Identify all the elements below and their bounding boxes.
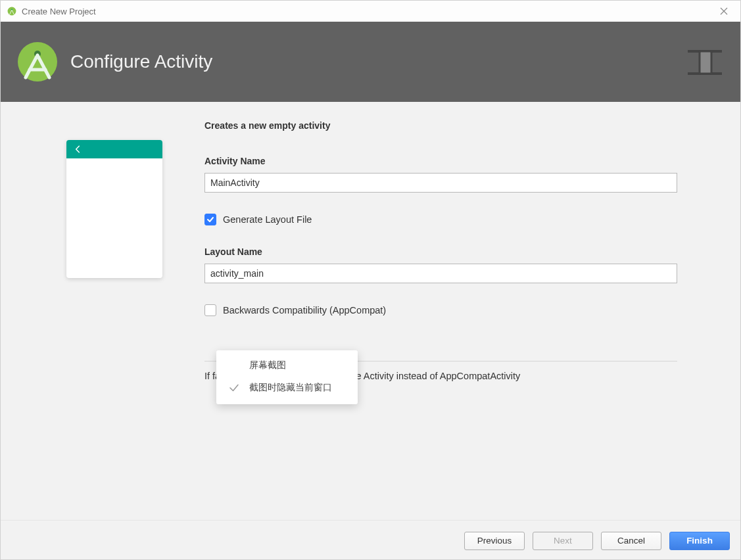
form-column: Creates a new empty activity Activity Na… — [204, 120, 740, 520]
popup-item-label: 截图时隐藏当前窗口 — [249, 382, 332, 394]
popup-title: 屏幕截图 — [216, 360, 358, 378]
activity-name-label: Activity Name — [204, 156, 677, 166]
finish-button[interactable]: Finish — [669, 532, 730, 550]
wizard-header: Configure Activity — [1, 22, 740, 102]
backcompat-checkbox[interactable] — [204, 304, 216, 316]
section-description: Creates a new empty activity — [204, 120, 677, 131]
generate-layout-label: Generate Layout File — [223, 214, 312, 225]
phone-icon — [685, 42, 725, 82]
next-button[interactable]: Next — [533, 532, 593, 550]
layout-name-label: Layout Name — [204, 246, 677, 257]
activity-name-input[interactable] — [204, 173, 677, 193]
generate-layout-checkbox[interactable] — [204, 214, 216, 225]
titlebar: Create New Project — [1, 1, 740, 22]
wizard-footer: Previous Next Cancel Finish — [1, 520, 740, 560]
preview-column — [1, 120, 204, 520]
svg-point-0 — [8, 7, 16, 16]
layout-name-input[interactable] — [204, 264, 677, 283]
backcompat-label: Backwards Compatibility (AppCompat) — [223, 305, 386, 315]
svg-point-2 — [18, 42, 57, 82]
android-studio-icon — [7, 7, 16, 16]
popup-hide-window-option[interactable]: 截图时隐藏当前窗口 — [216, 378, 358, 398]
check-icon — [228, 382, 240, 394]
android-studio-logo — [16, 41, 59, 83]
back-arrow-icon — [73, 144, 84, 154]
window-title: Create New Project — [22, 7, 96, 16]
page-title: Configure Activity — [70, 51, 212, 72]
close-button[interactable] — [714, 1, 734, 21]
activity-preview — [66, 140, 162, 278]
cancel-button[interactable]: Cancel — [601, 532, 661, 550]
previous-button[interactable]: Previous — [464, 532, 525, 550]
svg-rect-6 — [700, 51, 711, 74]
screenshot-popup: 屏幕截图 截图时隐藏当前窗口 — [216, 350, 358, 404]
preview-appbar — [66, 140, 162, 158]
wizard-content: Creates a new empty activity Activity Na… — [1, 102, 740, 520]
